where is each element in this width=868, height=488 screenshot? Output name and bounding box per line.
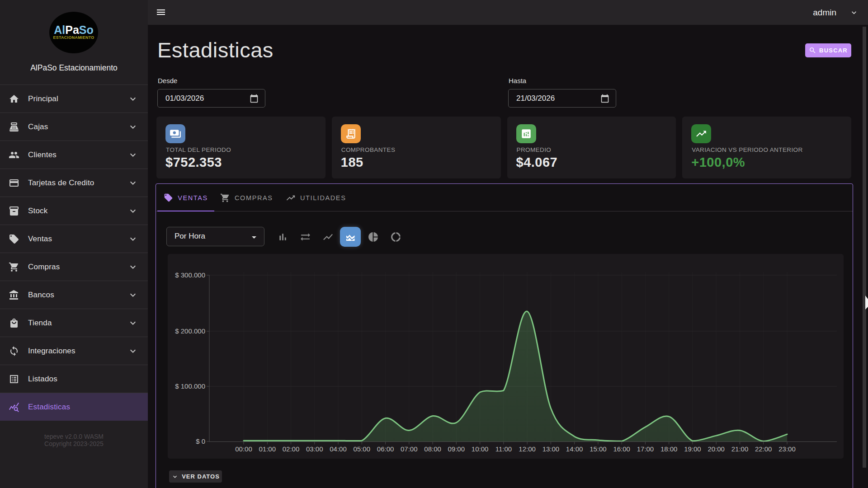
svg-text:$ 300.000: $ 300.000 xyxy=(175,271,205,279)
svg-text:06:00: 06:00 xyxy=(377,445,394,453)
svg-text:10:00: 10:00 xyxy=(472,445,489,453)
svg-text:22:00: 22:00 xyxy=(755,445,772,453)
svg-text:20:00: 20:00 xyxy=(708,445,725,453)
svg-text:05:00: 05:00 xyxy=(354,445,371,453)
svg-text:$ 200.000: $ 200.000 xyxy=(175,327,205,335)
svg-text:$ 100.000: $ 100.000 xyxy=(175,382,205,390)
svg-text:11:00: 11:00 xyxy=(495,445,512,453)
svg-text:17:00: 17:00 xyxy=(637,445,654,453)
svg-text:16:00: 16:00 xyxy=(613,445,630,453)
svg-text:09:00: 09:00 xyxy=(448,445,465,453)
svg-text:02:00: 02:00 xyxy=(283,445,300,453)
svg-text:04:00: 04:00 xyxy=(330,445,347,453)
svg-text:15:00: 15:00 xyxy=(590,445,607,453)
svg-text:08:00: 08:00 xyxy=(424,445,441,453)
svg-text:01:00: 01:00 xyxy=(259,445,276,453)
svg-text:23:00: 23:00 xyxy=(778,445,796,453)
svg-text:ESTACIONAMIENTO: ESTACIONAMIENTO xyxy=(53,35,94,40)
svg-text:03:00: 03:00 xyxy=(306,445,323,453)
svg-text:AlPaSo: AlPaSo xyxy=(54,23,94,36)
svg-text:21:00: 21:00 xyxy=(731,445,749,453)
svg-text:13:00: 13:00 xyxy=(542,445,560,453)
svg-text:12:00: 12:00 xyxy=(519,445,536,453)
svg-text:19:00: 19:00 xyxy=(684,445,701,453)
svg-text:00:00: 00:00 xyxy=(235,445,252,453)
svg-text:18:00: 18:00 xyxy=(660,445,678,453)
svg-text:07:00: 07:00 xyxy=(401,445,418,453)
svg-text:$ 0: $ 0 xyxy=(196,437,205,445)
svg-text:14:00: 14:00 xyxy=(566,445,583,453)
